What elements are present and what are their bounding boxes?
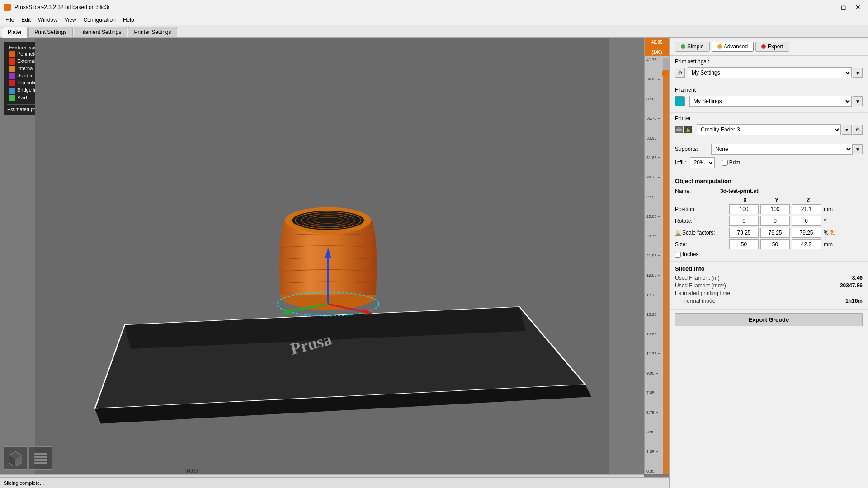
supports-select[interactable]: None Support on build plate only Everywh…	[711, 144, 853, 155]
minimize-button[interactable]: —	[823, 2, 835, 12]
layers-view-btn[interactable]	[29, 446, 52, 470]
tab-print-settings[interactable]: Print Settings	[28, 27, 72, 37]
inches-row: Inches	[675, 251, 863, 258]
supports-select-wrap: None Support on build plate only Everywh…	[711, 144, 863, 155]
ruler-slider-fill	[663, 75, 669, 474]
viewport: Feature type Time Percentage Perimeter 1…	[0, 38, 669, 488]
ruler-slider-thumb[interactable]	[662, 70, 669, 77]
right-panel: Simple Advanced Expert Print settings : …	[669, 38, 868, 488]
inches-checkbox[interactable]	[675, 252, 681, 258]
filament-m-label: Used Filament (m)	[675, 275, 720, 281]
ruler-slider-track[interactable]	[663, 58, 669, 474]
close-button[interactable]: ✕	[852, 2, 864, 12]
mode-buttons: Simple Advanced Expert	[670, 38, 868, 56]
rotate-y-input[interactable]	[760, 216, 790, 226]
print-settings-select-wrap: My Settings ▼	[688, 67, 863, 78]
rotate-z-input[interactable]	[792, 216, 821, 226]
position-y-input[interactable]	[760, 204, 790, 214]
expert-dot	[761, 44, 766, 49]
inches-label: Inches	[683, 251, 698, 258]
ruler-top-badge: 42.05 (140)	[645, 38, 669, 56]
printer-select[interactable]: Creality Ender-3	[697, 124, 841, 135]
vertical-ruler: 42.05 (140) 41.7539.9537.8535.7533.9531.…	[644, 38, 669, 474]
axis-y-label: Y	[761, 197, 793, 203]
layers-icon	[33, 450, 49, 466]
tab-filament-settings[interactable]: Filament Settings	[74, 27, 127, 37]
position-x-input[interactable]	[729, 204, 759, 214]
filament-label-row: Filament :	[675, 87, 863, 93]
scale-lock-btn[interactable]: 🔒	[675, 230, 681, 236]
menu-window[interactable]: Window	[34, 16, 61, 24]
brim-check: Brim:	[722, 160, 742, 166]
supports-infill-section: Supports: None Support on build plate on…	[670, 141, 868, 174]
scene-area[interactable]: Prusa	[0, 38, 644, 474]
size-z-input[interactable]	[792, 239, 821, 249]
advanced-mode-btn[interactable]: Advanced	[712, 42, 754, 52]
position-row: Position: mm	[675, 204, 863, 214]
menu-view[interactable]: View	[61, 16, 80, 24]
print-settings-select[interactable]: My Settings	[688, 67, 852, 78]
maximize-button[interactable]: ◻	[837, 2, 850, 12]
size-x-input[interactable]	[729, 239, 759, 249]
scale-reset-btn[interactable]: ↻	[829, 228, 838, 237]
brim-label: Brim:	[729, 160, 742, 166]
printer-settings-gear[interactable]: ⚙	[853, 125, 863, 135]
menu-file[interactable]: File	[2, 16, 18, 24]
filament-label: Filament :	[675, 87, 711, 93]
filament-mm3-row: Used Filament (mm³) 20347.86	[675, 282, 863, 289]
axes-header: X Y Z	[675, 197, 863, 203]
axis-z-label: Z	[793, 197, 824, 203]
position-z-input[interactable]	[792, 204, 821, 214]
est-time-label-row: Estimated printing time:	[675, 290, 863, 296]
tab-plater[interactable]: Plater	[2, 27, 28, 38]
est-time-value: 1h16m	[845, 298, 863, 304]
rotate-x-input[interactable]	[729, 216, 759, 226]
sliced-info: Sliced Info Used Filament (m) 8.46 Used …	[670, 262, 868, 310]
size-y-input[interactable]	[760, 239, 790, 249]
printer-value-row: 🔒 Creality Ender-3 ▼ ⚙	[675, 124, 863, 135]
menu-configuration[interactable]: Configuration	[80, 16, 119, 24]
printer-icon-1	[675, 126, 683, 133]
filament-m-value: 8.46	[852, 275, 863, 281]
printer-lock-icon: 🔒	[685, 127, 691, 132]
titlebar-controls: — ◻ ✕	[823, 2, 864, 12]
supports-label: Supports:	[675, 146, 711, 152]
tab-printer-settings[interactable]: Printer Settings	[128, 27, 177, 37]
print-settings-arrow[interactable]: ▼	[853, 68, 863, 78]
simple-mode-btn[interactable]: Simple	[675, 42, 710, 52]
sliced-title: Sliced Info	[675, 265, 863, 272]
export-gcode-button[interactable]: Export G-code	[675, 313, 863, 326]
size-unit: mm	[824, 241, 833, 248]
menu-help[interactable]: Help	[119, 16, 138, 24]
rotate-unit: °	[824, 218, 826, 224]
print-settings-gear[interactable]: ⚙	[675, 68, 685, 78]
filament-color-swatch[interactable]	[675, 96, 685, 106]
brim-checkbox[interactable]	[722, 160, 728, 166]
obj-name-label: Name:	[675, 188, 720, 194]
filament-m-row: Used Filament (m) 8.46	[675, 275, 863, 281]
printer-arrow[interactable]: ▼	[842, 125, 852, 135]
supports-arrow[interactable]: ▼	[853, 144, 863, 154]
filament-select[interactable]: My Settings	[689, 96, 852, 107]
obj-manip-title: Object manipulation	[675, 178, 863, 184]
rotate-row: Rotate: °	[675, 216, 863, 226]
svg-rect-26	[34, 462, 47, 464]
svg-rect-28	[677, 127, 681, 129]
scale-label: 🔒 Scale factors:	[675, 230, 729, 236]
menu-edit[interactable]: Edit	[18, 16, 34, 24]
cube-view-btn[interactable]	[4, 446, 27, 470]
scale-z-input[interactable]	[792, 228, 821, 238]
print-settings-value-row: ⚙ My Settings ▼	[675, 67, 863, 78]
scale-x-input[interactable]	[729, 228, 759, 238]
axes-spacer	[675, 197, 729, 203]
filament-select-wrap: My Settings ▼	[689, 96, 863, 107]
expert-mode-btn[interactable]: Expert	[755, 42, 789, 52]
filament-arrow[interactable]: ▼	[853, 96, 863, 106]
advanced-dot	[717, 44, 722, 49]
infill-select[interactable]: 20% 5% 10% 15% 25% 30%	[690, 157, 715, 168]
scale-y-input[interactable]	[760, 228, 790, 238]
print-settings-row: Print settings :	[675, 58, 863, 65]
status-bar: Slicing complete...	[0, 477, 669, 488]
filament-value-row: My Settings ▼	[675, 96, 863, 107]
est-time-main-label: Estimated printing time:	[675, 290, 731, 296]
